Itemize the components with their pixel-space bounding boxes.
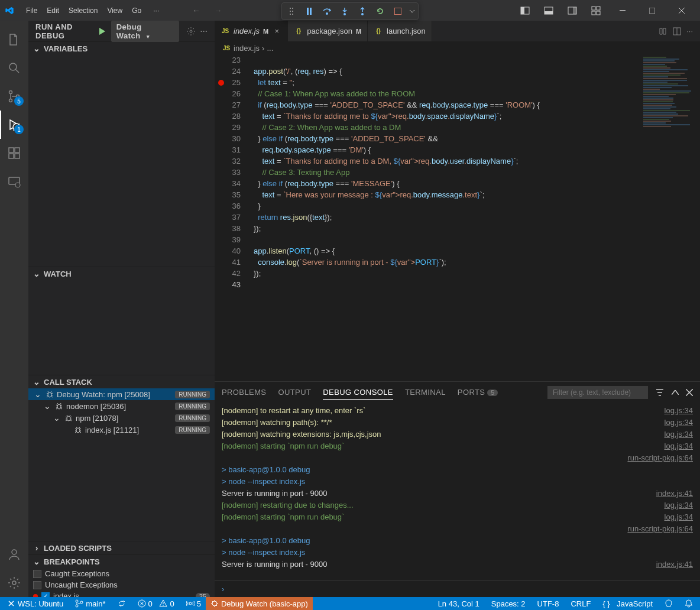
debug-toolbar[interactable] [281,2,419,20]
panel-tab-terminal[interactable]: TERMINAL [405,385,446,400]
svg-point-36 [12,581,16,585]
debug-start-icon[interactable] [97,27,106,36]
menu-go[interactable]: Go [127,4,146,17]
split-icon[interactable] [672,27,682,36]
console-source-link[interactable]: index.js:41 [656,559,693,570]
minimap[interactable] [641,54,700,381]
status-bell-icon[interactable] [682,599,695,608]
console-source-link[interactable]: log.js:34 [665,511,693,523]
activity-remote[interactable] [0,167,28,196]
tab-package-json[interactable]: {}package.jsonM [288,21,368,41]
debug-stop-button[interactable] [390,4,406,18]
menu-view[interactable]: View [102,4,127,17]
status-branch[interactable]: main* [73,599,108,608]
more-actions-icon[interactable]: ··· [686,27,693,35]
activity-settings[interactable] [0,569,28,597]
layout-toggle-2-icon[interactable] [538,2,559,19]
checkbox[interactable] [33,581,41,589]
panel-close-icon[interactable] [686,389,693,396]
debug-step-out-button[interactable] [354,4,371,18]
debug-pause-button[interactable] [301,4,317,18]
activity-explorer[interactable] [0,25,28,54]
callstack-item[interactable]: ⌄npm [21078]RUNNING [28,412,215,424]
panel-maximize-icon[interactable] [672,390,679,395]
status-debug[interactable]: Debug Watch (basic-app) [206,597,313,610]
layout-customize-icon[interactable] [585,2,607,19]
checkbox[interactable]: ✓ [41,592,50,598]
console-source-link[interactable]: log.js:34 [665,405,693,417]
variables-header[interactable]: ⌄VARIABLES [28,42,215,55]
debug-dropdown-icon[interactable] [407,4,417,18]
status-spaces[interactable]: Spaces: 2 [489,599,528,608]
menu-file[interactable]: File [21,4,42,17]
activity-account[interactable] [0,540,28,569]
compare-icon[interactable] [658,27,667,36]
nav-back-icon[interactable]: ← [192,6,200,15]
menu-edit[interactable]: Edit [42,4,64,17]
console-source-link[interactable]: log.js:34 [665,417,693,429]
panel-tab-output[interactable]: OUTPUT [278,385,311,400]
debug-step-into-button[interactable] [336,4,353,18]
layout-toggle-1-icon[interactable] [514,2,536,19]
window-maximize-button[interactable] [639,0,666,21]
filter-settings-icon[interactable] [655,388,665,397]
window-close-button[interactable] [668,0,695,21]
callstack-header[interactable]: ⌄CALL STACK [28,375,215,388]
more-icon[interactable]: ··· [200,27,208,35]
console-source-link[interactable]: run-script-pkg.js:64 [627,523,693,535]
status-encoding[interactable]: UTF-8 [535,599,562,608]
tab-index-js[interactable]: JSindex.jsM× [215,21,288,41]
callstack-item[interactable]: index.js [21121]RUNNING [28,424,215,436]
gear-icon[interactable] [186,27,196,36]
checkbox[interactable] [33,570,41,578]
svg-point-49 [163,605,164,606]
activity-scm[interactable]: 5 [0,82,28,111]
console-source-link[interactable]: index.js:41 [656,488,693,499]
console-source-link[interactable]: log.js:34 [665,429,693,440]
layout-toggle-3-icon[interactable] [562,2,583,19]
debug-config-select[interactable]: Debug Watch ▾ [111,21,179,42]
console-source-link[interactable]: log.js:34 [665,440,693,452]
activity-search[interactable] [0,54,28,82]
status-feedback-icon[interactable] [662,599,675,608]
debug-drag-handle-icon[interactable] [283,4,300,18]
panel-tab-problems[interactable]: PROBLEMS [222,385,266,400]
callstack-item[interactable]: ⌄nodemon [25036]RUNNING [28,400,215,412]
breakpoint-item[interactable]: Uncaught Exceptions [28,579,215,590]
console-output[interactable]: [nodemon] to restart at any time, enter … [215,403,700,580]
status-remote[interactable]: WSL: Ubuntu [5,599,66,608]
bug-icon [73,425,83,434]
status-eol[interactable]: CRLF [568,599,593,608]
window-minimize-button[interactable] [609,0,636,21]
menu-overflow[interactable]: ··· [148,4,164,17]
console-input[interactable]: › [215,580,700,597]
activity-debug[interactable]: 1 [0,111,28,139]
console-source-link[interactable]: log.js:34 [665,499,693,511]
editor-content[interactable]: 2324252627282930313233343536373839404142… [215,54,700,381]
close-icon[interactable]: × [272,27,281,36]
breakpoints-header[interactable]: ⌄BREAKPOINTS [28,555,215,568]
tab-launch-json[interactable]: {}launch.json [368,21,432,41]
console-source-link[interactable]: run-script-pkg.js:64 [627,452,693,464]
breakpoint-item[interactable]: ✓index.js25 [28,590,215,597]
breakpoint-item[interactable]: Caught Exceptions [28,568,215,579]
watch-header[interactable]: ⌄WATCH [28,267,215,280]
status-sync[interactable] [115,599,128,608]
status-ports[interactable]: 5 [184,599,203,608]
nav-forward-icon[interactable]: → [214,6,222,15]
panel-tab-ports[interactable]: PORTS5 [458,385,498,400]
svg-point-41 [76,428,80,433]
status-lang[interactable]: { } JavaScript [600,599,655,608]
debug-restart-button[interactable] [372,4,388,18]
callstack-item[interactable]: ⌄Debug Watch: npm [25008]RUNNING [28,388,215,400]
menu-selection[interactable]: Selection [64,4,102,17]
status-cursor[interactable]: Ln 43, Col 1 [436,599,482,608]
loadedscripts-header[interactable]: ›LOADED SCRIPTS [28,541,215,554]
panel-tab-debug-console[interactable]: DEBUG CONSOLE [323,385,393,400]
debug-step-over-button[interactable] [319,4,335,18]
console-filter-input[interactable] [547,386,648,399]
breadcrumb[interactable]: JS index.js › ... [215,41,700,54]
activity-extensions[interactable] [0,139,28,167]
breakpoint-dot-icon[interactable] [218,80,224,86]
status-problems[interactable]: 0 0 [135,599,177,608]
